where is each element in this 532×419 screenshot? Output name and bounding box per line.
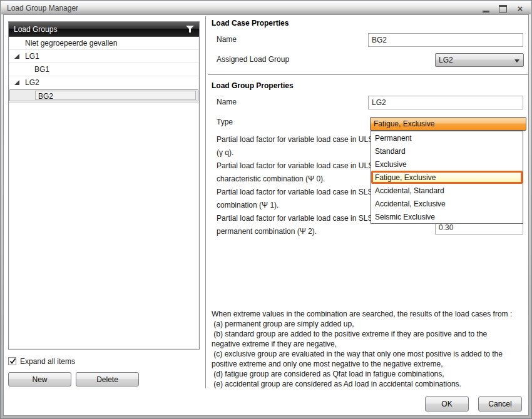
load-group-name-input[interactable]: LG2 xyxy=(368,96,523,109)
load-group-name-label: Name xyxy=(217,98,237,106)
type-combobox[interactable]: Fatigue, Exclusive xyxy=(370,117,526,131)
factor-value: 0.30 xyxy=(439,223,453,232)
expand-all-label: Expand all items xyxy=(20,357,75,366)
close-icon: × xyxy=(518,4,523,13)
type-value: Fatigue, Exclusive xyxy=(374,119,434,128)
load-groups-header-label: Load Groups xyxy=(14,25,57,34)
type-option-standard[interactable]: Standard xyxy=(371,144,523,158)
title-bar: Load Group Manager × xyxy=(1,1,531,14)
load-group-section-title: Load Group Properties xyxy=(212,81,294,90)
load-case-name-input[interactable]: BG2 xyxy=(368,33,523,47)
ok-button-label: OK xyxy=(441,400,452,408)
filter-icon[interactable] xyxy=(186,26,194,33)
assigned-group-label: Assigned Load Group xyxy=(217,55,289,64)
load-groups-panel: Load Groups Niet gegroepeerde gevallen L… xyxy=(8,21,200,350)
factor-label-uls-gamma: Partial load factor for variable load ca… xyxy=(217,133,371,159)
type-option-permanent[interactable]: Permanent xyxy=(371,131,523,144)
selected-row-cell: BG2 xyxy=(35,91,196,100)
assigned-group-combobox[interactable]: LG2 xyxy=(435,53,524,67)
checkmark-icon xyxy=(9,357,17,365)
tree-item-label: LG2 xyxy=(25,78,39,87)
dialog-body: Load Groups Niet gegroepeerde gevallen L… xyxy=(3,14,529,416)
new-button-label: New xyxy=(32,375,47,384)
tree-item-bg2-selected[interactable]: BG2 xyxy=(9,89,199,103)
selected-row-highlight: BG2 xyxy=(9,89,198,101)
ok-button[interactable]: OK xyxy=(425,396,469,411)
load-group-name-value: LG2 xyxy=(372,98,386,107)
close-button[interactable]: × xyxy=(513,3,528,14)
window-title: Load Group Manager xyxy=(7,4,78,13)
type-option-accidental-standard[interactable]: Accidental, Standard xyxy=(371,184,523,197)
tree-item-label: BG2 xyxy=(38,92,53,101)
load-case-section-title: Load Case Properties xyxy=(212,19,289,28)
cancel-button-label: Cancel xyxy=(488,400,511,408)
type-option-fatigue-exclusive[interactable]: Fatigue, Exclusive xyxy=(371,171,523,184)
tree-item-label: BG1 xyxy=(34,65,49,74)
factor-label-sls-psi2: Partial load factor for variable load ca… xyxy=(217,212,371,238)
expand-all-checkbox[interactable] xyxy=(8,357,16,365)
window-frame: Load Group Manager × Load Groups Niet ge… xyxy=(0,0,532,419)
load-case-name-value: BG2 xyxy=(372,36,387,44)
type-option-accidental-exclusive[interactable]: Accidental, Exclusive xyxy=(371,197,523,210)
expander-icon[interactable] xyxy=(14,54,20,59)
tree-item-ungrouped[interactable]: Niet gegroepeerde gevallen xyxy=(9,37,199,50)
tree-item-lg2[interactable]: LG2 xyxy=(9,76,199,89)
delete-button-label: Delete xyxy=(96,375,118,384)
maximize-button[interactable] xyxy=(495,3,510,14)
tree-item-bg1[interactable]: BG1 xyxy=(9,63,199,76)
load-case-name-label: Name xyxy=(217,35,237,44)
cancel-button[interactable]: Cancel xyxy=(478,396,522,411)
type-dropdown-list: Permanent Standard Exclusive Fatigue, Ex… xyxy=(371,131,523,224)
tree-item-label: LG1 xyxy=(25,52,39,61)
minimize-button[interactable] xyxy=(478,3,493,14)
tree-item-label: Niet gegroepeerde gevallen xyxy=(25,39,117,48)
minimize-icon xyxy=(483,5,489,13)
factor-label-sls-psi1: Partial load factor for variable load ca… xyxy=(217,186,371,212)
type-label: Type xyxy=(217,118,233,126)
load-groups-header[interactable]: Load Groups xyxy=(9,22,199,37)
type-option-exclusive[interactable]: Exclusive xyxy=(371,158,523,171)
maximize-icon xyxy=(499,5,507,13)
new-button[interactable]: New xyxy=(8,372,71,386)
chevron-down-icon xyxy=(514,59,519,63)
panel-divider xyxy=(205,16,206,388)
type-option-seismic-exclusive[interactable]: Seismic Exclusive xyxy=(371,210,523,223)
factor-label-uls-psi0: Partial load factor for variable load ca… xyxy=(217,159,371,186)
delete-button[interactable]: Delete xyxy=(76,372,139,386)
assigned-group-value: LG2 xyxy=(439,56,453,64)
tree-item-lg1[interactable]: LG1 xyxy=(9,50,199,63)
expander-icon[interactable] xyxy=(14,80,20,86)
combination-description: When extreme values in the combination a… xyxy=(212,309,531,389)
section-separator xyxy=(208,74,528,75)
